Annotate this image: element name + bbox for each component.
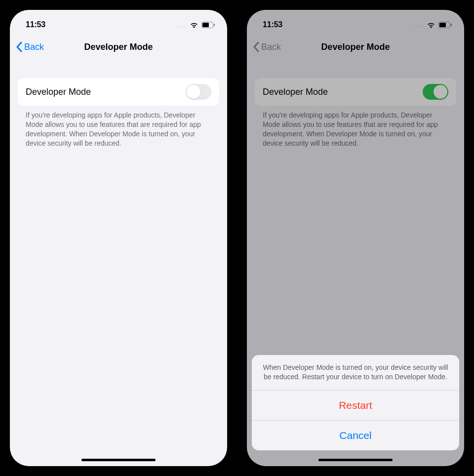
chevron-left-icon — [16, 41, 22, 52]
back-label: Back — [24, 42, 44, 52]
settings-screen-on-with-sheet: 11:53 .... Back Developer Mode Developer… — [247, 10, 464, 466]
action-sheet-message: When Developer Mode is turned on, your d… — [252, 355, 459, 391]
developer-mode-row: Developer Mode — [18, 78, 219, 106]
toggle-knob — [187, 85, 200, 99]
back-button[interactable]: Back — [14, 40, 46, 54]
home-indicator[interactable] — [81, 459, 156, 461]
developer-mode-toggle[interactable] — [186, 84, 211, 100]
action-sheet-group: When Developer Mode is turned on, your d… — [252, 355, 459, 450]
footer-description: If you're developing apps for Apple prod… — [18, 106, 219, 148]
svg-rect-1 — [202, 23, 209, 27]
content: Developer Mode If you're developing apps… — [10, 78, 227, 148]
cellular-dots-icon: .... — [176, 21, 186, 29]
home-indicator[interactable] — [318, 459, 393, 461]
developer-mode-label: Developer Mode — [26, 87, 91, 97]
settings-screen-off: 11:53 .... Back Developer Mode Developer… — [10, 10, 227, 466]
status-indicators: .... — [176, 21, 215, 29]
status-time: 11:53 — [26, 20, 45, 29]
restart-button[interactable]: Restart — [252, 391, 459, 421]
status-bar: 11:53 .... — [10, 14, 227, 36]
nav-bar: Back Developer Mode — [10, 36, 227, 58]
cancel-button[interactable]: Cancel — [252, 421, 459, 450]
action-sheet: When Developer Mode is turned on, your d… — [252, 355, 459, 450]
wifi-icon — [190, 22, 198, 28]
battery-icon — [201, 22, 215, 28]
svg-rect-2 — [214, 24, 215, 26]
